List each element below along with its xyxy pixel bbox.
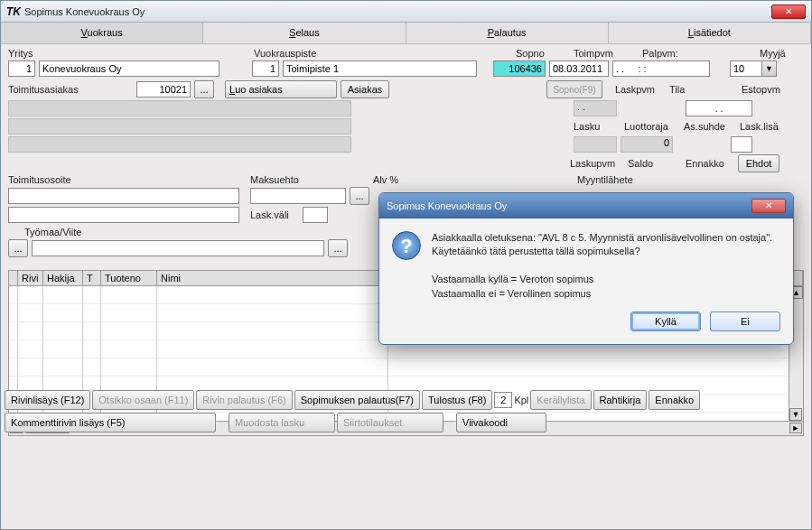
myyja-select[interactable] bbox=[730, 60, 762, 77]
tab-lisatiedot[interactable]: Lisätiedot bbox=[609, 23, 811, 43]
question-icon: ? bbox=[392, 231, 421, 260]
kpl-input[interactable] bbox=[494, 392, 512, 408]
label-lasku: Lasku bbox=[574, 121, 621, 132]
confirm-dialog: Sopimus Konevuokraus Oy ✕ ? Asiakkaalla … bbox=[378, 192, 794, 345]
tyomaa-lookup-button[interactable]: ... bbox=[328, 239, 348, 257]
customer-line1 bbox=[8, 100, 351, 116]
dialog-titlebar: Sopimus Konevuokraus Oy ✕ bbox=[379, 193, 793, 219]
muodosta-lasku-button[interactable]: Muodosta lasku bbox=[229, 413, 335, 432]
dialog-no-button[interactable]: Ei bbox=[710, 311, 780, 331]
rahtikirja-button[interactable]: Rahtikirja bbox=[593, 390, 648, 410]
window-title: Sopimus Konevuokraus Oy bbox=[24, 6, 145, 17]
chevron-down-icon[interactable]: ▼ bbox=[762, 60, 777, 77]
label-toimpvm: Toimpvm bbox=[574, 48, 639, 59]
label-sopno: Sopno bbox=[516, 48, 570, 59]
dialog-line2: Vastaamalla kyllä = Veroton sopimus bbox=[432, 273, 780, 286]
label-saldo: Saldo bbox=[628, 158, 673, 169]
label-alv: Alv % bbox=[373, 174, 413, 185]
kommenttirivi-button[interactable]: Kommenttirivin lisäys (F5) bbox=[5, 413, 216, 432]
label-yritys: Yritys bbox=[8, 48, 44, 59]
sopimuksen-palautus-button[interactable]: Sopimuksen palautus(F7) bbox=[294, 390, 420, 410]
label-kpl: Kpl bbox=[514, 395, 528, 405]
lask-lisa-input[interactable] bbox=[731, 136, 752, 153]
footer: Rivinlisäys (F12) Otsikko osaan (F11) Ri… bbox=[5, 387, 807, 432]
dialog-yes-button[interactable]: Kyllä bbox=[630, 311, 701, 331]
vuokpiste-num-input[interactable] bbox=[252, 60, 279, 77]
toimitusosoite-input-2[interactable] bbox=[8, 207, 239, 223]
app-logo: TK bbox=[6, 5, 21, 18]
sopno-f9-button[interactable]: Sopno(F9) bbox=[546, 80, 602, 98]
close-icon[interactable]: ✕ bbox=[771, 5, 806, 19]
toimitusasiakas-input[interactable] bbox=[136, 81, 191, 98]
yritys-num-input[interactable] bbox=[8, 60, 35, 77]
titlebar: TK Sopimus Konevuokraus Oy ✕ bbox=[1, 1, 811, 23]
label-toimitusosoite: Toimitusosoite bbox=[8, 174, 247, 185]
label-maksuehto: Maksuehto bbox=[250, 174, 369, 185]
lask-vali-input[interactable] bbox=[303, 207, 328, 223]
ennakko-footer-button[interactable]: Ennakko bbox=[649, 390, 700, 410]
rivinlisays-button[interactable]: Rivinlisäys (F12) bbox=[5, 390, 90, 410]
viivakoodi-button[interactable]: Viivakoodi bbox=[456, 413, 546, 432]
maksuehto-input[interactable] bbox=[250, 188, 346, 204]
tab-vuokraus[interactable]: VVuokrausuokraus bbox=[1, 23, 203, 43]
vuokpiste-name-input[interactable] bbox=[283, 60, 477, 77]
tyomaa-prev-button[interactable]: ... bbox=[8, 239, 28, 257]
yritys-name-input[interactable] bbox=[39, 60, 219, 77]
siirtotilaukset-button[interactable]: Siirtotilaukset bbox=[337, 413, 443, 432]
label-as-suhde: As.suhde bbox=[684, 121, 736, 132]
dialog-line3: Vastaamalla ei = Verollinen sopimus bbox=[432, 287, 780, 301]
tab-bar: VVuokrausuokraus Selaus Palautus Lisätie… bbox=[1, 23, 811, 44]
label-ennakko: Ennakko bbox=[686, 158, 734, 169]
rivin-palautus-button[interactable]: Rivin palautus (F6) bbox=[196, 390, 292, 410]
tyomaa-viite-input[interactable] bbox=[32, 240, 324, 256]
sopno-input[interactable] bbox=[493, 60, 546, 77]
toimitusasiakas-lookup-button[interactable]: ... bbox=[194, 80, 214, 98]
main-window: TK Sopimus Konevuokraus Oy ✕ VVuokrausuo… bbox=[0, 0, 812, 530]
tab-palautus[interactable]: Palautus bbox=[406, 23, 609, 43]
label-tyomaa-viite: Työmaa/Viite bbox=[24, 227, 81, 237]
label-estopvm: Estopvm bbox=[742, 84, 780, 95]
label-lask-lisa: Lask.lisä bbox=[740, 121, 779, 132]
otsikko-osaan-button[interactable]: Otsikko osaan (F11) bbox=[92, 390, 194, 410]
label-vuokrauspiste: Vuokrauspiste bbox=[254, 48, 344, 59]
label-myyntilahete: Myyntilähete bbox=[577, 174, 633, 185]
customer-line3 bbox=[8, 136, 351, 153]
label-laskupvm: Laskupvm bbox=[570, 158, 624, 169]
label-palpvm: Palpvm: bbox=[642, 48, 714, 59]
col-nimi[interactable]: Nimi bbox=[157, 271, 388, 285]
ehdot-button[interactable]: Ehdot bbox=[738, 154, 779, 172]
col-tuoteno[interactable]: Tuoteno bbox=[101, 271, 157, 285]
estopvm-input[interactable] bbox=[686, 100, 752, 116]
luo-asiakas-button[interactable]: Luo asiakas bbox=[225, 80, 337, 98]
label-luottoraja: Luottoraja bbox=[624, 121, 680, 132]
label-lask-vali: Lask.väli bbox=[250, 209, 299, 220]
col-t[interactable]: T bbox=[83, 271, 101, 285]
label-myyja: Myyjä bbox=[760, 48, 786, 59]
tulostus-button[interactable]: Tulostus (F8) bbox=[422, 390, 492, 410]
maksuehto-lookup-button[interactable]: ... bbox=[350, 187, 369, 205]
dialog-close-icon[interactable]: ✕ bbox=[751, 199, 786, 213]
tab-selaus[interactable]: Selaus bbox=[203, 23, 406, 43]
label-laskpvm: Laskpvm bbox=[615, 84, 666, 95]
customer-line2 bbox=[8, 118, 351, 135]
dialog-text: Asiakkaalla oletuksena: "AVL 8 c 5. Myyn… bbox=[432, 231, 780, 301]
label-toimitusasiakas: Toimitusasiakas bbox=[8, 84, 98, 95]
asiakas-button[interactable]: Asiakas bbox=[341, 80, 389, 98]
col-hakija[interactable]: Hakija bbox=[43, 271, 83, 285]
dialog-line1: Asiakkaalla oletuksena: "AVL 8 c 5. Myyn… bbox=[432, 231, 780, 259]
luottoraja-display: 0 bbox=[621, 136, 673, 153]
dialog-title: Sopimus Konevuokraus Oy bbox=[387, 200, 507, 211]
kerailylista-button[interactable]: Keräilylista bbox=[530, 390, 591, 410]
palpvm-input[interactable] bbox=[612, 60, 710, 77]
label-tila: Tila bbox=[669, 84, 725, 95]
lasku-display bbox=[574, 136, 617, 153]
toimpvm-input[interactable] bbox=[549, 60, 609, 77]
col-rivi[interactable]: Rivi bbox=[18, 271, 43, 285]
toimitusosoite-input-1[interactable] bbox=[8, 188, 239, 204]
laskpvm-display: . . bbox=[574, 100, 617, 116]
